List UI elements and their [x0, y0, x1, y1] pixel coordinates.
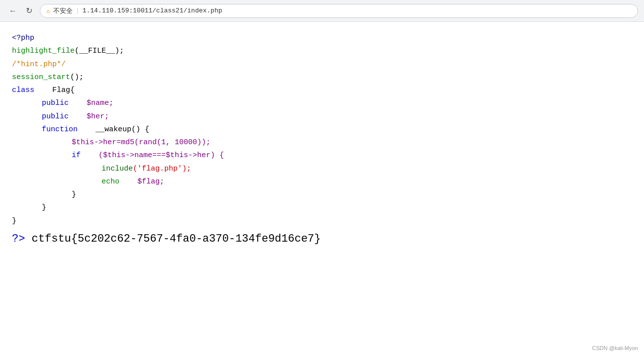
code-brace-1: }: [72, 188, 632, 201]
code-line-7: public $her;: [42, 110, 632, 123]
browser-chrome: ← ↻ ⚠ 不安全 | 1.14.110.159:10011/class21/i…: [0, 0, 644, 22]
class-kw: class: [12, 86, 34, 94]
php-open-tag: <?php: [12, 34, 34, 42]
code-line-12: echo $flag;: [102, 176, 632, 188]
line4-rest: ();: [70, 73, 84, 82]
include-str: ('flag.php');: [133, 165, 191, 173]
var-name: $name;: [87, 99, 113, 107]
line2-rest: (__FILE__);: [75, 47, 124, 55]
echo-kw: echo: [102, 178, 119, 186]
php-close-tag: ?>: [12, 233, 25, 245]
insecure-label: 不安全: [53, 6, 73, 15]
refresh-button[interactable]: ↻: [22, 4, 36, 18]
flag-var: $flag;: [137, 178, 164, 186]
highlight-func: highlight_file: [12, 47, 75, 55]
comment: /*hint.php*/: [12, 60, 66, 69]
if-kw: if: [72, 151, 81, 160]
code-line-11: include('flag.php');: [102, 163, 632, 176]
this-her-md5: $this->her=md5(rand(1, 10000));: [72, 138, 211, 147]
public-kw-1: public: [42, 99, 69, 107]
code-line-9: $this->her=md5(rand(1, 10000));: [72, 136, 632, 149]
warning-icon: ⚠: [46, 7, 50, 15]
session-func: session_start: [12, 73, 70, 82]
code-area: <?php highlight_file(__FILE__); /*hint.p…: [0, 22, 644, 259]
brace-close-2: }: [42, 203, 46, 212]
code-line-2: highlight_file(__FILE__);: [12, 45, 632, 58]
include-kw: include: [102, 165, 133, 173]
code-brace-2: }: [42, 201, 632, 214]
function-kw: function: [42, 125, 78, 134]
code-line-6: public $name;: [42, 97, 632, 110]
wakeup-func: __wakeup() {: [96, 125, 149, 134]
flag-value: ctfstu{5c202c62-7567-4fa0-a370-134fe9d16…: [25, 233, 321, 245]
address-bar[interactable]: ⚠ 不安全 | 1.14.110.159:10011/class21/index…: [40, 4, 638, 18]
public-kw-2: public: [42, 112, 69, 121]
brace-close-3: }: [12, 217, 16, 225]
brace-close-1: }: [72, 190, 76, 199]
var-her: $her;: [87, 112, 109, 121]
code-line-10: if ($this->name===$this->her) {: [72, 149, 632, 162]
code-line-8: function __wakeup() {: [42, 123, 632, 136]
code-brace-3: }: [12, 215, 632, 228]
back-button[interactable]: ←: [6, 4, 20, 18]
code-line-3: /*hint.php*/: [12, 58, 632, 71]
class-name: Flag{: [52, 86, 75, 94]
code-line-1: <?php: [12, 32, 632, 45]
separator: |: [76, 7, 80, 14]
code-line-5: class Flag{: [12, 84, 632, 97]
url-text: 1.14.110.159:10011/class21/index.php: [83, 7, 222, 14]
flag-line: ?> ctfstu{5c202c62-7567-4fa0-a370-134fe9…: [12, 230, 632, 249]
nav-buttons: ← ↻: [6, 4, 36, 18]
if-condition: ($this->name===$this->her) {: [99, 151, 224, 160]
code-line-4: session_start();: [12, 71, 632, 84]
